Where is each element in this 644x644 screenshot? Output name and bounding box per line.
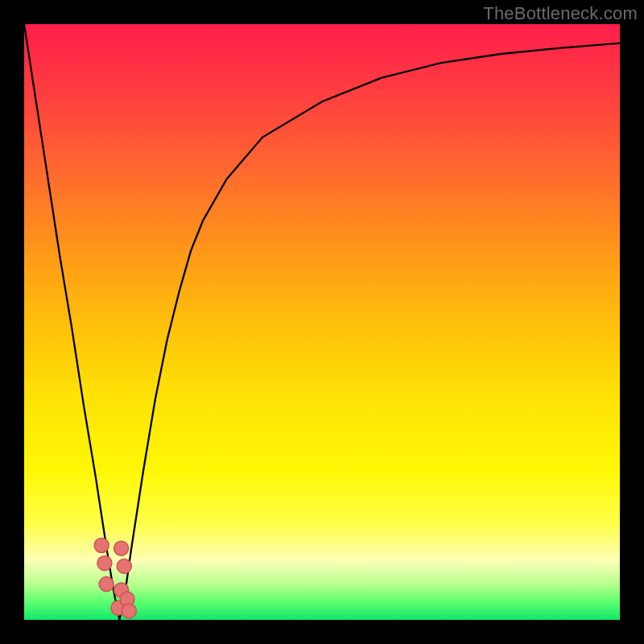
scatter-group (94, 539, 136, 618)
chart-frame: TheBottleneck.com (0, 0, 644, 644)
data-point (97, 556, 112, 571)
plot-area (24, 24, 620, 620)
data-point (99, 577, 114, 592)
bottleneck-curve (24, 24, 620, 620)
data-point (114, 541, 129, 555)
data-point (94, 539, 109, 553)
chart-svg (24, 24, 620, 620)
watermark-text: TheBottleneck.com (483, 3, 638, 24)
data-point (117, 559, 131, 573)
data-point (122, 604, 136, 618)
